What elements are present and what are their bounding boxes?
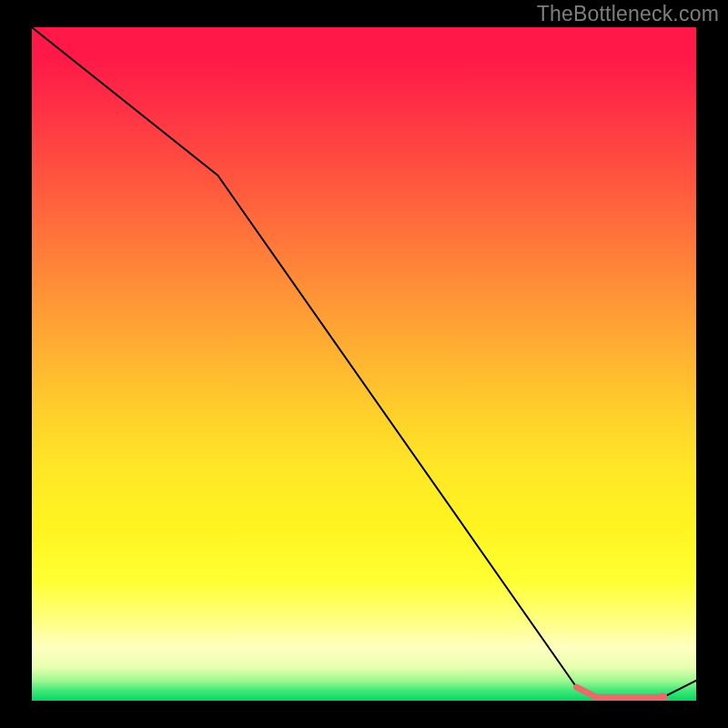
plot-area bbox=[32, 27, 696, 701]
chart-frame: TheBottleneck.com bbox=[0, 0, 728, 728]
highlight-segment bbox=[577, 687, 663, 697]
chart-svg bbox=[32, 27, 696, 701]
highlight-end-marker bbox=[659, 693, 668, 701]
series-curve bbox=[32, 27, 696, 697]
watermark-text: TheBottleneck.com bbox=[537, 2, 719, 26]
